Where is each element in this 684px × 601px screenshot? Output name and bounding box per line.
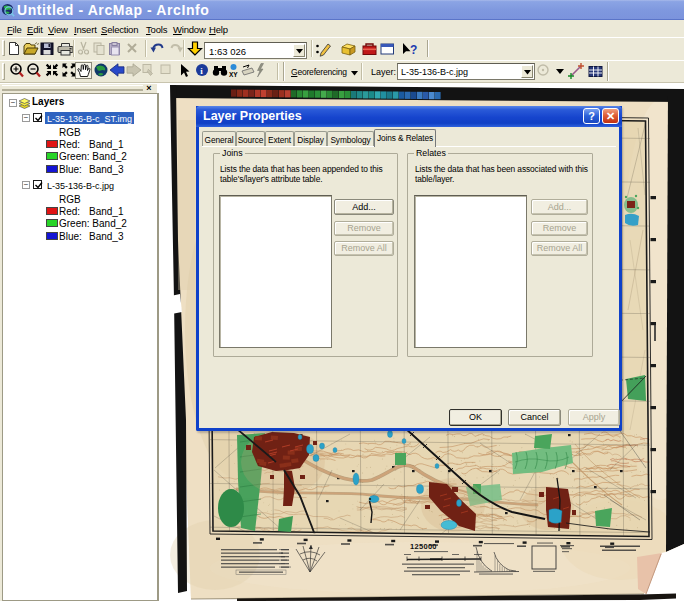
svg-text:125000: 125000 xyxy=(410,542,437,551)
svg-text:XY: XY xyxy=(229,71,238,78)
svg-text:?: ? xyxy=(410,43,417,57)
